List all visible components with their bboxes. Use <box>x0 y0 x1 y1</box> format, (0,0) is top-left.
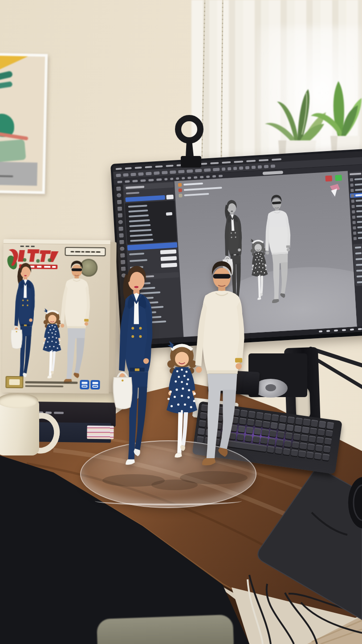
keycap <box>284 440 292 447</box>
packaging-box <box>2 239 117 394</box>
keycap <box>314 452 322 459</box>
keycap <box>291 449 298 456</box>
keycap <box>275 447 282 454</box>
keycap <box>267 446 275 453</box>
keycap <box>279 415 287 422</box>
keycap <box>263 421 270 428</box>
keycap <box>294 425 301 432</box>
keycap <box>317 429 325 436</box>
keycap <box>269 430 277 437</box>
mug <box>0 393 44 458</box>
keycap <box>318 421 326 428</box>
keycap <box>295 418 303 425</box>
info-banner <box>65 247 106 256</box>
keycap <box>309 435 316 443</box>
keycap <box>272 414 279 421</box>
keycap <box>270 422 278 429</box>
maker-logo-right <box>90 380 100 390</box>
keycap <box>306 451 314 458</box>
keycap <box>323 446 331 453</box>
keycap <box>260 437 268 444</box>
keycap <box>298 450 306 457</box>
box-front-panel <box>2 239 110 394</box>
keycap <box>292 441 299 448</box>
keycap <box>264 413 271 420</box>
photo-desk-scene <box>0 0 362 644</box>
keycap <box>326 422 334 429</box>
keycap <box>277 431 285 438</box>
keycap <box>285 432 293 439</box>
keycap <box>309 427 317 435</box>
keycap <box>303 418 310 426</box>
keycap <box>268 438 276 445</box>
keycap <box>322 453 329 460</box>
keycap <box>315 444 323 451</box>
keycap <box>301 434 308 441</box>
keycap <box>324 438 332 445</box>
keycap <box>317 436 324 443</box>
chair-back <box>97 615 234 644</box>
maker-logo-left <box>80 380 89 389</box>
box-top-flap <box>4 239 110 245</box>
keycap <box>302 427 309 434</box>
keycap <box>276 439 284 446</box>
keycap <box>293 433 301 440</box>
keycap <box>283 448 290 455</box>
keycap <box>286 424 293 431</box>
keycap <box>287 416 295 423</box>
keycap <box>311 419 318 427</box>
keycap <box>278 423 286 430</box>
corner-badge <box>5 376 23 388</box>
keycap <box>300 442 307 449</box>
box-footer-text <box>25 381 77 387</box>
keycap <box>261 429 269 436</box>
family-figurines <box>105 258 259 478</box>
keycap <box>307 443 315 451</box>
keycap <box>325 430 333 437</box>
box-family-artwork <box>5 257 99 392</box>
maker-logo <box>80 380 100 389</box>
